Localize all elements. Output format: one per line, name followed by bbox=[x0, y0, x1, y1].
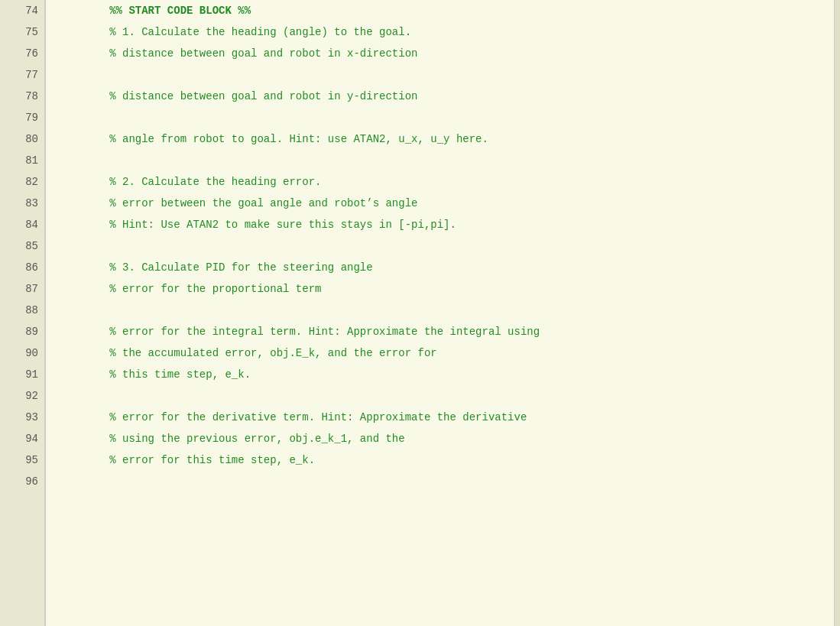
code-line: % this time step, e_k. bbox=[46, 364, 834, 385]
line-number: 77 bbox=[0, 64, 44, 86]
line-number: 96 bbox=[0, 471, 44, 492]
code-text: %% START CODE BLOCK %% bbox=[58, 5, 251, 17]
code-line: % 2. Calculate the heading error. bbox=[46, 171, 834, 193]
code-line: % error between the goal angle and robot… bbox=[46, 193, 834, 214]
code-line: % the accumulated error, obj.E_k, and th… bbox=[46, 342, 834, 364]
line-number-gutter: 7475767778798081828384858687888990919293… bbox=[0, 0, 46, 626]
line-number: 91 bbox=[0, 364, 44, 385]
code-line: % using the previous error, obj.e_k_1, a… bbox=[46, 428, 834, 449]
code-line: % error for the derivative term. Hint: A… bbox=[46, 407, 834, 428]
code-text: % error for the derivative term. Hint: A… bbox=[58, 411, 527, 423]
code-text: % distance between goal and robot in y-d… bbox=[58, 90, 417, 102]
code-line bbox=[46, 150, 834, 171]
line-number: 80 bbox=[0, 128, 44, 150]
line-number: 78 bbox=[0, 86, 44, 107]
line-number: 74 bbox=[0, 0, 44, 21]
code-line: % error for the proportional term bbox=[46, 278, 834, 300]
code-text: % error for the integral term. Hint: App… bbox=[58, 326, 540, 338]
code-text: % Hint: Use ATAN2 to make sure this stay… bbox=[58, 219, 456, 231]
code-text: % the accumulated error, obj.E_k, and th… bbox=[58, 347, 437, 359]
line-number: 76 bbox=[0, 43, 44, 64]
code-text: % 3. Calculate PID for the steering angl… bbox=[58, 261, 373, 274]
line-number: 90 bbox=[0, 342, 44, 364]
code-text: % distance between goal and robot in x-d… bbox=[58, 47, 417, 60]
line-number: 89 bbox=[0, 321, 44, 342]
code-line: % distance between goal and robot in y-d… bbox=[46, 86, 834, 107]
code-line bbox=[46, 300, 834, 321]
code-line bbox=[46, 385, 834, 407]
code-line: % distance between goal and robot in x-d… bbox=[46, 43, 834, 64]
code-editor: 7475767778798081828384858687888990919293… bbox=[0, 0, 840, 626]
line-number: 83 bbox=[0, 193, 44, 214]
code-text: % error for this time step, e_k. bbox=[58, 454, 315, 466]
code-text: % error for the proportional term bbox=[58, 283, 321, 295]
line-number: 94 bbox=[0, 428, 44, 449]
line-number: 93 bbox=[0, 407, 44, 428]
code-text: % 1. Calculate the heading (angle) to th… bbox=[58, 26, 411, 38]
line-number: 86 bbox=[0, 257, 44, 278]
line-number: 88 bbox=[0, 300, 44, 321]
code-line: % 3. Calculate PID for the steering angl… bbox=[46, 257, 834, 278]
code-line: % error for this time step, e_k. bbox=[46, 449, 834, 471]
line-number: 84 bbox=[0, 214, 44, 235]
code-line bbox=[46, 471, 834, 492]
line-number: 95 bbox=[0, 449, 44, 471]
code-line: %% START CODE BLOCK %% bbox=[46, 0, 834, 21]
code-text: % error between the goal angle and robot… bbox=[58, 197, 417, 209]
line-number: 75 bbox=[0, 21, 44, 43]
code-content[interactable]: %% START CODE BLOCK %% % 1. Calculate th… bbox=[46, 0, 834, 626]
code-line: % Hint: Use ATAN2 to make sure this stay… bbox=[46, 214, 834, 235]
code-text: % this time step, e_k. bbox=[58, 368, 251, 381]
right-border bbox=[834, 0, 840, 626]
code-line: % error for the integral term. Hint: App… bbox=[46, 321, 834, 342]
line-number: 81 bbox=[0, 150, 44, 171]
code-line: % angle from robot to goal. Hint: use AT… bbox=[46, 128, 834, 150]
line-number: 85 bbox=[0, 235, 44, 257]
line-number: 92 bbox=[0, 385, 44, 407]
code-text: % 2. Calculate the heading error. bbox=[58, 176, 321, 188]
line-number: 82 bbox=[0, 171, 44, 193]
code-line bbox=[46, 64, 834, 86]
line-number: 87 bbox=[0, 278, 44, 300]
code-line: % 1. Calculate the heading (angle) to th… bbox=[46, 21, 834, 43]
code-line bbox=[46, 235, 834, 257]
code-text: % angle from robot to goal. Hint: use AT… bbox=[58, 133, 488, 145]
code-line bbox=[46, 107, 834, 128]
code-text: % using the previous error, obj.e_k_1, a… bbox=[58, 433, 405, 445]
line-number: 79 bbox=[0, 107, 44, 128]
